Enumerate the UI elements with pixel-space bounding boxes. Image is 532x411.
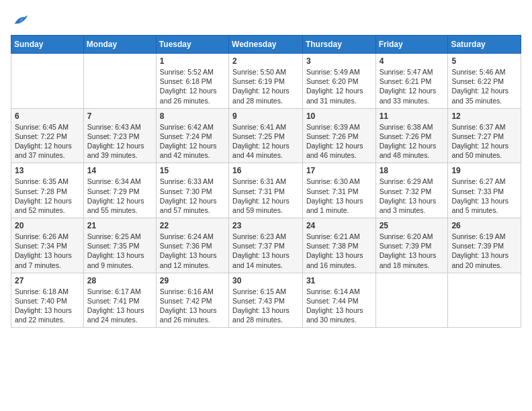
day-number: 31 <box>306 276 372 285</box>
dow-header-sunday: Sunday <box>11 36 84 54</box>
day-number: 24 <box>306 221 372 230</box>
day-number: 30 <box>232 276 299 285</box>
cell-info: Sunrise: 6:27 AM Sunset: 7:33 PM Dayligh… <box>451 177 517 215</box>
calendar-week-2: 6Sunrise: 6:45 AM Sunset: 7:22 PM Daylig… <box>11 108 521 163</box>
cell-info: Sunrise: 6:33 AM Sunset: 7:30 PM Dayligh… <box>160 177 225 215</box>
calendar-cell: 6Sunrise: 6:45 AM Sunset: 7:22 PM Daylig… <box>11 108 84 163</box>
day-number: 14 <box>87 166 152 175</box>
cell-info: Sunrise: 6:31 AM Sunset: 7:31 PM Dayligh… <box>232 177 299 215</box>
calendar-cell <box>375 273 448 328</box>
day-number: 15 <box>160 166 225 175</box>
calendar-cell: 4Sunrise: 5:47 AM Sunset: 6:21 PM Daylig… <box>375 54 448 109</box>
day-number: 29 <box>160 276 225 285</box>
calendar-table: SundayMondayTuesdayWednesdayThursdayFrid… <box>11 35 521 328</box>
calendar-cell: 7Sunrise: 6:43 AM Sunset: 7:23 PM Daylig… <box>83 108 156 163</box>
calendar-cell: 2Sunrise: 5:50 AM Sunset: 6:19 PM Daylig… <box>229 54 303 109</box>
calendar-cell: 31Sunrise: 6:14 AM Sunset: 7:44 PM Dayli… <box>302 273 375 328</box>
calendar-cell: 24Sunrise: 6:21 AM Sunset: 7:38 PM Dayli… <box>302 218 375 273</box>
cell-info: Sunrise: 6:26 AM Sunset: 7:34 PM Dayligh… <box>15 232 80 270</box>
calendar-cell: 27Sunrise: 6:18 AM Sunset: 7:40 PM Dayli… <box>11 273 84 328</box>
cell-info: Sunrise: 6:15 AM Sunset: 7:43 PM Dayligh… <box>232 287 299 325</box>
cell-info: Sunrise: 6:35 AM Sunset: 7:28 PM Dayligh… <box>15 177 80 215</box>
calendar-week-4: 20Sunrise: 6:26 AM Sunset: 7:34 PM Dayli… <box>11 218 521 273</box>
day-number: 23 <box>232 221 299 230</box>
calendar-cell: 14Sunrise: 6:34 AM Sunset: 7:29 PM Dayli… <box>83 163 156 218</box>
day-number: 18 <box>380 166 445 175</box>
calendar-cell: 18Sunrise: 6:29 AM Sunset: 7:32 PM Dayli… <box>375 163 448 218</box>
cell-info: Sunrise: 6:29 AM Sunset: 7:32 PM Dayligh… <box>380 177 445 215</box>
calendar-cell: 26Sunrise: 6:19 AM Sunset: 7:39 PM Dayli… <box>448 218 521 273</box>
dow-header-thursday: Thursday <box>302 36 375 54</box>
calendar-cell: 1Sunrise: 5:52 AM Sunset: 6:18 PM Daylig… <box>156 54 228 109</box>
cell-info: Sunrise: 5:47 AM Sunset: 6:21 PM Dayligh… <box>380 67 445 105</box>
calendar-cell: 21Sunrise: 6:25 AM Sunset: 7:35 PM Dayli… <box>83 218 156 273</box>
day-number: 8 <box>160 111 225 121</box>
cell-info: Sunrise: 6:30 AM Sunset: 7:31 PM Dayligh… <box>306 177 372 215</box>
day-number: 4 <box>380 56 445 66</box>
page-header <box>11 11 521 30</box>
cell-info: Sunrise: 6:21 AM Sunset: 7:38 PM Dayligh… <box>306 232 372 270</box>
cell-info: Sunrise: 6:24 AM Sunset: 7:36 PM Dayligh… <box>160 232 225 270</box>
day-number: 27 <box>15 276 80 285</box>
day-number: 26 <box>451 221 517 230</box>
cell-info: Sunrise: 6:19 AM Sunset: 7:39 PM Dayligh… <box>451 232 517 270</box>
day-number: 21 <box>87 221 152 230</box>
cell-info: Sunrise: 6:16 AM Sunset: 7:42 PM Dayligh… <box>160 287 225 325</box>
calendar-cell: 23Sunrise: 6:23 AM Sunset: 7:37 PM Dayli… <box>229 218 303 273</box>
cell-info: Sunrise: 6:25 AM Sunset: 7:35 PM Dayligh… <box>87 232 152 270</box>
logo <box>11 11 32 30</box>
day-number: 11 <box>380 111 445 121</box>
calendar-week-3: 13Sunrise: 6:35 AM Sunset: 7:28 PM Dayli… <box>11 163 521 218</box>
cell-info: Sunrise: 6:42 AM Sunset: 7:24 PM Dayligh… <box>160 122 225 161</box>
calendar-cell: 12Sunrise: 6:37 AM Sunset: 7:27 PM Dayli… <box>448 108 521 163</box>
day-number: 12 <box>451 111 517 121</box>
calendar-cell: 17Sunrise: 6:30 AM Sunset: 7:31 PM Dayli… <box>302 163 375 218</box>
cell-info: Sunrise: 6:34 AM Sunset: 7:29 PM Dayligh… <box>87 177 152 215</box>
day-number: 1 <box>160 56 225 66</box>
cell-info: Sunrise: 6:38 AM Sunset: 7:26 PM Dayligh… <box>380 122 445 161</box>
cell-info: Sunrise: 6:41 AM Sunset: 7:25 PM Dayligh… <box>232 122 299 161</box>
day-number: 2 <box>232 56 299 66</box>
calendar-cell: 30Sunrise: 6:15 AM Sunset: 7:43 PM Dayli… <box>229 273 303 328</box>
cell-info: Sunrise: 6:43 AM Sunset: 7:23 PM Dayligh… <box>87 122 152 161</box>
calendar-cell: 29Sunrise: 6:16 AM Sunset: 7:42 PM Dayli… <box>156 273 228 328</box>
day-number: 16 <box>232 166 299 175</box>
day-number: 17 <box>306 166 372 175</box>
day-number: 7 <box>87 111 152 121</box>
dow-header-friday: Friday <box>375 36 448 54</box>
cell-info: Sunrise: 6:37 AM Sunset: 7:27 PM Dayligh… <box>451 122 517 161</box>
day-number: 13 <box>15 166 80 175</box>
calendar-cell: 28Sunrise: 6:17 AM Sunset: 7:41 PM Dayli… <box>83 273 156 328</box>
cell-info: Sunrise: 6:20 AM Sunset: 7:39 PM Dayligh… <box>380 232 445 270</box>
dow-header-saturday: Saturday <box>448 36 521 54</box>
logo-icon <box>11 11 30 30</box>
dow-header-wednesday: Wednesday <box>229 36 303 54</box>
calendar-cell <box>11 54 84 109</box>
calendar-cell: 10Sunrise: 6:39 AM Sunset: 7:26 PM Dayli… <box>302 108 375 163</box>
day-number: 6 <box>15 111 80 121</box>
day-number: 25 <box>380 221 445 230</box>
cell-info: Sunrise: 6:14 AM Sunset: 7:44 PM Dayligh… <box>306 287 372 325</box>
calendar-cell: 25Sunrise: 6:20 AM Sunset: 7:39 PM Dayli… <box>375 218 448 273</box>
cell-info: Sunrise: 5:50 AM Sunset: 6:19 PM Dayligh… <box>232 67 299 105</box>
calendar-cell: 5Sunrise: 5:46 AM Sunset: 6:22 PM Daylig… <box>448 54 521 109</box>
calendar-cell: 22Sunrise: 6:24 AM Sunset: 7:36 PM Dayli… <box>156 218 228 273</box>
cell-info: Sunrise: 6:45 AM Sunset: 7:22 PM Dayligh… <box>15 122 80 161</box>
day-number: 28 <box>87 276 152 285</box>
days-of-week-row: SundayMondayTuesdayWednesdayThursdayFrid… <box>11 36 521 54</box>
day-number: 9 <box>232 111 299 121</box>
day-number: 5 <box>451 56 517 66</box>
cell-info: Sunrise: 5:49 AM Sunset: 6:20 PM Dayligh… <box>306 67 372 105</box>
calendar-cell: 8Sunrise: 6:42 AM Sunset: 7:24 PM Daylig… <box>156 108 228 163</box>
calendar-cell: 20Sunrise: 6:26 AM Sunset: 7:34 PM Dayli… <box>11 218 84 273</box>
calendar-cell: 19Sunrise: 6:27 AM Sunset: 7:33 PM Dayli… <box>448 163 521 218</box>
day-number: 3 <box>306 56 372 66</box>
calendar-body: 1Sunrise: 5:52 AM Sunset: 6:18 PM Daylig… <box>11 54 521 328</box>
calendar-cell <box>448 273 521 328</box>
calendar-cell: 11Sunrise: 6:38 AM Sunset: 7:26 PM Dayli… <box>375 108 448 163</box>
calendar-cell <box>83 54 156 109</box>
day-number: 22 <box>160 221 225 230</box>
day-number: 10 <box>306 111 372 121</box>
cell-info: Sunrise: 5:52 AM Sunset: 6:18 PM Dayligh… <box>160 67 225 105</box>
cell-info: Sunrise: 5:46 AM Sunset: 6:22 PM Dayligh… <box>451 67 517 105</box>
